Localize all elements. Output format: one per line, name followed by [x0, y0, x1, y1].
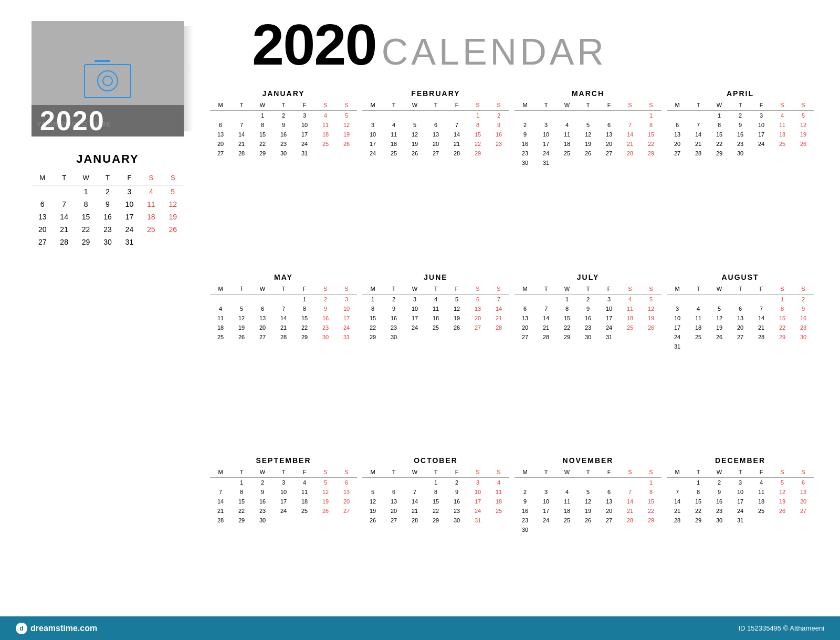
mini-cal-day: 5 — [162, 185, 184, 198]
month-week-row: 15161718192021 — [362, 313, 509, 323]
month-week-row: 9101112131415 — [514, 497, 662, 506]
month-th: T — [536, 468, 556, 478]
month-day: 18 — [772, 130, 793, 139]
month-day — [315, 149, 336, 158]
month-week-row: 3031 — [514, 158, 662, 167]
month-th: T — [273, 468, 294, 478]
month-day: 5 — [315, 478, 336, 488]
month-day — [336, 516, 357, 525]
month-block: MAYMTWTFSS123456789101112131415161718192… — [210, 273, 357, 446]
month-th: M — [514, 285, 536, 295]
month-day: 16 — [315, 313, 336, 323]
month-day: 8 — [688, 487, 709, 497]
month-day: 10 — [336, 304, 357, 313]
mini-cal-day — [53, 185, 75, 198]
month-week-row: 10111213141516 — [667, 313, 814, 323]
month-day: 19 — [640, 313, 662, 323]
month-day: 3 — [536, 120, 556, 130]
month-day — [578, 478, 598, 488]
month-day: 28 — [446, 149, 467, 158]
month-day: 6 — [730, 304, 751, 313]
month-name: JANUARY — [210, 89, 357, 98]
month-th: S — [793, 285, 814, 295]
month-day: 19 — [315, 497, 336, 506]
month-day: 21 — [488, 313, 509, 323]
month-day: 11 — [772, 120, 793, 130]
month-day: 27 — [383, 516, 404, 525]
month-day: 16 — [383, 313, 404, 323]
month-day: 5 — [362, 487, 383, 497]
month-day: 29 — [252, 149, 273, 158]
month-day: 1 — [640, 111, 662, 121]
month-day: 2 — [514, 120, 536, 130]
month-day: 25 — [294, 506, 315, 516]
month-day: 18 — [688, 323, 709, 332]
month-day: 13 — [514, 313, 536, 323]
month-day: 24 — [336, 323, 357, 332]
month-day: 31 — [536, 158, 556, 167]
month-day: 9 — [488, 120, 509, 130]
month-day: 12 — [578, 497, 598, 506]
month-th: T — [383, 101, 404, 111]
month-day: 27 — [514, 332, 536, 342]
month-th: S — [793, 101, 814, 111]
month-week-row: 123456 — [210, 478, 357, 488]
month-day: 27 — [336, 506, 357, 516]
month-day: 13 — [793, 487, 814, 497]
month-day: 20 — [252, 323, 273, 332]
photo-card: YOUR PHOTO HERE 2020 — [32, 21, 184, 137]
month-day: 22 — [772, 323, 793, 332]
month-day: 23 — [578, 323, 598, 332]
month-day: 17 — [273, 497, 294, 506]
month-day: 7 — [620, 487, 640, 497]
month-day: 11 — [751, 487, 772, 497]
month-day: 22 — [640, 139, 662, 149]
month-week-row: 1 — [514, 111, 662, 121]
month-day — [425, 111, 446, 121]
month-day — [688, 342, 709, 351]
mini-cal-table: M T W T F S S 12345678910111213141516171… — [32, 172, 184, 248]
month-day: 27 — [425, 149, 446, 158]
photo-placeholder: YOUR PHOTO HERE 2020 — [32, 21, 184, 137]
month-day: 14 — [210, 497, 231, 506]
mini-cal-day: 12 — [162, 198, 184, 211]
month-day: 27 — [598, 149, 620, 158]
month-day: 7 — [273, 304, 294, 313]
month-day — [751, 516, 772, 525]
month-week-row: 12345 — [210, 111, 357, 121]
month-day: 30 — [514, 525, 536, 534]
month-day: 18 — [383, 139, 404, 149]
month-day: 10 — [598, 304, 620, 313]
month-day: 11 — [294, 487, 315, 497]
month-day: 20 — [210, 139, 231, 149]
month-day — [231, 111, 252, 121]
month-table: MTWTFSS123456789101112131415161718192021… — [362, 285, 509, 342]
month-week-row: 6789101112 — [514, 304, 662, 313]
month-days-header-row: MTWTFSS — [362, 101, 509, 111]
month-day: 20 — [598, 506, 620, 516]
month-day: 14 — [688, 130, 709, 139]
month-day: 5 — [336, 111, 357, 121]
month-day: 6 — [425, 120, 446, 130]
month-day: 24 — [273, 506, 294, 516]
month-th: W — [404, 285, 425, 295]
month-day: 19 — [446, 313, 467, 323]
month-day: 3 — [336, 294, 357, 304]
month-day: 23 — [446, 506, 467, 516]
month-day: 21 — [231, 139, 252, 149]
month-day: 2 — [252, 478, 273, 488]
month-th: W — [709, 101, 730, 111]
month-day: 24 — [536, 149, 556, 158]
month-th: F — [751, 285, 772, 295]
month-table: MTWTFSS123456789101112131415161718192021… — [514, 468, 662, 534]
month-th: F — [446, 468, 467, 478]
month-day: 20 — [730, 323, 751, 332]
month-day: 8 — [556, 304, 578, 313]
month-day: 23 — [709, 506, 730, 516]
month-day: 10 — [362, 130, 383, 139]
month-day — [556, 525, 578, 534]
month-day: 22 — [362, 323, 383, 332]
month-th: S — [336, 468, 357, 478]
month-week-row: 13141516171819 — [667, 130, 814, 139]
month-day: 8 — [252, 120, 273, 130]
